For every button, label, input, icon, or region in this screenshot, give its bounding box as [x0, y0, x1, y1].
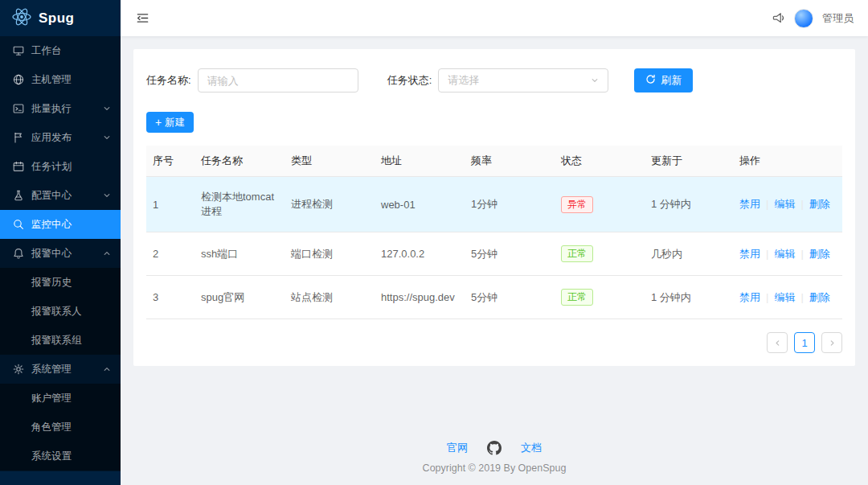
action-divider: |: [800, 248, 803, 260]
status-badge: 正常: [561, 245, 593, 262]
row-index: 1: [146, 177, 194, 232]
edit-action-link[interactable]: 编辑: [774, 248, 795, 260]
task-type: 端口检测: [285, 232, 375, 276]
sidebar-item-hosts[interactable]: 主机管理: [0, 65, 121, 94]
sidebar-collapse-trigger[interactable]: [0, 471, 121, 485]
status-badge: 异常: [561, 196, 593, 213]
footer-links: 官网 文档: [133, 441, 855, 455]
task-type: 进程检测: [285, 177, 375, 232]
task-name: ssh端口: [194, 232, 285, 276]
status-badge: 正常: [561, 289, 593, 306]
magnifier-icon: [13, 219, 24, 230]
pagination: 1: [146, 332, 842, 353]
table-row: 1检测本地tomcat进程进程检测web-011分钟异常1 分钟内禁用|编辑|删…: [146, 177, 842, 232]
flask-icon: [13, 190, 24, 201]
sidebar-subitem-alarm-contacts[interactable]: 报警联系人: [0, 297, 121, 326]
task-status-cell: 正常: [555, 276, 645, 319]
disable-action-link[interactable]: 禁用: [739, 291, 760, 303]
sidebar-item-batch-exec[interactable]: 批量执行: [0, 94, 121, 123]
main-area: 管理员 任务名称: 任务状态: 请选择: [121, 0, 868, 485]
action-divider: |: [766, 198, 768, 210]
action-divider: |: [766, 248, 768, 260]
disable-action-link[interactable]: 禁用: [739, 248, 760, 260]
flag-icon: [13, 132, 24, 143]
column-header: 序号: [146, 146, 194, 177]
chevron-up-icon: [103, 249, 111, 257]
task-address: https://spug.dev: [375, 276, 465, 319]
copyright-text: Copyright © 2019 By OpenSpug: [133, 462, 855, 474]
column-header: 类型: [285, 146, 375, 177]
column-header: 操作: [733, 146, 842, 177]
sidebar: Spug 工作台主机管理批量执行应用发布任务计划配置中心监控中心报警中心报警历史…: [0, 0, 121, 485]
column-header: 状态: [555, 146, 645, 177]
header-right: 管理员: [772, 9, 854, 28]
edit-action-link[interactable]: 编辑: [774, 198, 795, 210]
page-1-button[interactable]: 1: [794, 332, 815, 353]
notification-icon[interactable]: [772, 11, 785, 25]
app-logo[interactable]: Spug: [0, 0, 121, 36]
page-content: 任务名称: 任务状态: 请选择 刷新: [121, 36, 868, 485]
task-status-label: 任务状态:: [387, 73, 432, 88]
sidebar-subitem-account-admin[interactable]: 账户管理: [0, 384, 121, 413]
monitor-task-card: 任务名称: 任务状态: 请选择 刷新: [133, 49, 855, 366]
sidebar-item-workbench[interactable]: 工作台: [0, 36, 121, 65]
row-index: 3: [146, 276, 194, 319]
user-avatar[interactable]: [794, 9, 813, 28]
refresh-button[interactable]: 刷新: [634, 68, 693, 92]
chevron-down-icon: [103, 105, 111, 113]
next-page-button[interactable]: [821, 332, 842, 353]
column-header: 频率: [465, 146, 555, 177]
plus-icon: +: [155, 117, 162, 128]
disable-action-link[interactable]: 禁用: [739, 198, 760, 210]
github-icon[interactable]: [487, 441, 502, 455]
sidebar-item-task-schedule[interactable]: 任务计划: [0, 152, 121, 181]
sidebar-subitem-role-admin[interactable]: 角色管理: [0, 413, 121, 442]
prev-page-button[interactable]: [767, 332, 788, 353]
delete-action-link[interactable]: 删除: [809, 248, 830, 260]
sidebar-item-alarm-center[interactable]: 报警中心: [0, 239, 121, 268]
bell-icon: [13, 248, 24, 259]
delete-action-link[interactable]: 删除: [809, 198, 830, 210]
task-status-cell: 异常: [555, 177, 645, 232]
spug-atom-logo-icon: [11, 6, 32, 31]
task-updated-at: 几秒内: [645, 232, 733, 276]
task-name: 检测本地tomcat进程: [194, 177, 285, 232]
official-site-link[interactable]: 官网: [447, 441, 468, 455]
new-task-button[interactable]: + 新建: [146, 112, 194, 133]
task-frequency: 5分钟: [465, 232, 555, 276]
sidebar-subitem-system-settings[interactable]: 系统设置: [0, 442, 121, 471]
task-updated-at: 1 分钟内: [645, 276, 733, 319]
table-row: 3spug官网站点检测https://spug.dev5分钟正常1 分钟内禁用|…: [146, 276, 842, 319]
terminal-icon: [13, 103, 24, 114]
delete-action-link[interactable]: 删除: [809, 291, 830, 303]
task-name: spug官网: [194, 276, 285, 319]
chevron-down-icon: [103, 134, 111, 142]
task-status-cell: 正常: [555, 232, 645, 276]
table-header-row: 序号任务名称类型地址频率状态更新于操作: [146, 146, 842, 177]
menu-fold-icon[interactable]: [137, 12, 149, 24]
row-index: 2: [146, 232, 194, 276]
row-actions: 禁用|编辑|删除: [733, 177, 842, 232]
task-name-label: 任务名称:: [146, 73, 191, 88]
table-body: 1检测本地tomcat进程进程检测web-011分钟异常1 分钟内禁用|编辑|删…: [146, 177, 842, 319]
sidebar-item-config-center[interactable]: 配置中心: [0, 181, 121, 210]
column-header: 地址: [375, 146, 465, 177]
sidebar-item-system-admin[interactable]: 系统管理: [0, 355, 121, 384]
row-actions: 禁用|编辑|删除: [733, 232, 842, 276]
sidebar-item-monitor-center[interactable]: 监控中心: [0, 210, 121, 239]
chevron-up-icon: [103, 365, 111, 373]
task-type: 站点检测: [285, 276, 375, 319]
select-placeholder: 请选择: [448, 73, 479, 88]
task-frequency: 1分钟: [465, 177, 555, 232]
action-divider: |: [800, 291, 803, 303]
task-status-select[interactable]: 请选择: [438, 68, 608, 92]
sidebar-item-app-release[interactable]: 应用发布: [0, 123, 121, 152]
desktop-icon: [13, 45, 24, 56]
docs-link[interactable]: 文档: [521, 441, 542, 455]
task-updated-at: 1 分钟内: [645, 177, 733, 232]
sidebar-subitem-alarm-groups[interactable]: 报警联系组: [0, 326, 121, 355]
sidebar-subitem-alarm-history[interactable]: 报警历史: [0, 268, 121, 297]
edit-action-link[interactable]: 编辑: [774, 291, 795, 303]
task-name-input[interactable]: [198, 68, 358, 92]
chevron-down-icon: [103, 191, 111, 199]
